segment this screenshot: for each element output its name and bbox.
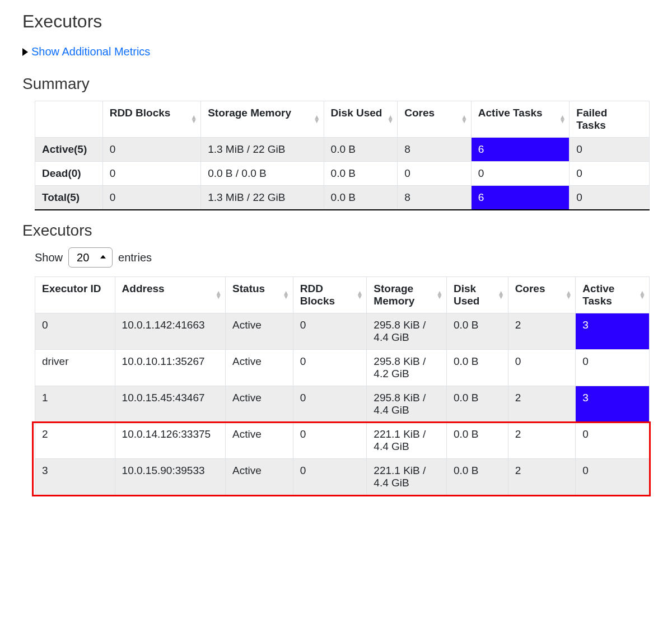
exec-cell-cores: 2	[508, 313, 576, 350]
executor-row: 210.0.14.126:33375Active0221.1 KiB / 4.4…	[35, 423, 650, 459]
exec-cell-mem: 221.1 KiB / 4.4 GiB	[367, 423, 447, 459]
sort-icon: ▲▼	[283, 291, 290, 299]
page-title: Executors	[22, 11, 650, 32]
sort-icon: ▲▼	[565, 291, 572, 299]
summary-table: RDD Blocks▲▼ Storage Memory▲▼ Disk Used▲…	[35, 101, 650, 210]
exec-col-address[interactable]: Address▲▼	[115, 277, 225, 313]
exec-cell-status: Active	[226, 386, 293, 423]
summary-row-label: Dead(0)	[35, 162, 103, 186]
summary-cell-failed: 0	[570, 162, 650, 186]
summary-col-storage-memory[interactable]: Storage Memory▲▼	[201, 101, 324, 138]
show-additional-metrics-toggle[interactable]: Show Additional Metrics	[22, 45, 150, 58]
summary-col-disk-used[interactable]: Disk Used▲▼	[324, 101, 398, 138]
exec-col-disk-used[interactable]: Disk Used▲▼	[446, 277, 508, 313]
exec-cell-cores: 2	[508, 386, 576, 423]
exec-cell-mem: 221.1 KiB / 4.4 GiB	[367, 459, 447, 495]
summary-col-blank[interactable]	[35, 101, 103, 138]
exec-cell-disk: 0.0 B	[446, 459, 508, 495]
exec-col-executor-id[interactable]: Executor ID	[35, 277, 115, 313]
summary-row: Dead(0)00.0 B / 0.0 B0.0 B000	[35, 162, 650, 186]
show-label: Show	[35, 251, 63, 264]
exec-col-status[interactable]: Status▲▼	[226, 277, 293, 313]
summary-cell-disk: 0.0 B	[324, 186, 398, 210]
sort-icon: ▲▼	[215, 291, 222, 299]
summary-cell-rdd: 0	[102, 162, 201, 186]
executor-row: driver10.0.10.11:35267Active0295.8 KiB /…	[35, 350, 650, 386]
summary-cell-cores: 0	[398, 162, 472, 186]
sort-icon: ▲▼	[190, 115, 197, 123]
exec-cell-active: 0	[576, 423, 650, 459]
exec-cell-rdd: 0	[293, 350, 367, 386]
exec-cell-rdd: 0	[293, 313, 367, 350]
exec-cell-id: 1	[35, 386, 115, 423]
summary-cell-disk: 0.0 B	[324, 162, 398, 186]
exec-cell-mem: 295.8 KiB / 4.4 GiB	[367, 313, 447, 350]
exec-cell-active: 0	[576, 350, 650, 386]
exec-col-active-tasks[interactable]: Active Tasks▲▼	[576, 277, 650, 313]
summary-cell-mem: 0.0 B / 0.0 B	[201, 162, 324, 186]
exec-cell-rdd: 0	[293, 459, 367, 495]
summary-cell-rdd: 0	[102, 186, 201, 210]
summary-cell-mem: 1.3 MiB / 22 GiB	[201, 138, 324, 162]
sort-icon: ▲▼	[314, 115, 320, 123]
exec-cell-id: 0	[35, 313, 115, 350]
summary-cell-active: 0	[471, 162, 570, 186]
summary-col-active-tasks[interactable]: Active Tasks▲▼	[471, 101, 570, 138]
exec-cell-cores: 2	[508, 459, 576, 495]
sort-icon: ▲▼	[387, 115, 394, 123]
summary-row: Total(5)01.3 MiB / 22 GiB0.0 B860	[35, 186, 650, 210]
toggle-label: Show Additional Metrics	[31, 45, 150, 58]
caret-right-icon	[22, 48, 28, 56]
summary-cell-failed: 0	[570, 138, 650, 162]
summary-cell-active: 6	[471, 138, 570, 162]
entries-label: entries	[118, 251, 152, 264]
exec-cell-address: 10.0.1.142:41663	[115, 313, 225, 350]
exec-cell-cores: 2	[508, 423, 576, 459]
exec-cell-rdd: 0	[293, 423, 367, 459]
executor-row: 010.0.1.142:41663Active0295.8 KiB / 4.4 …	[35, 313, 650, 350]
exec-cell-id: 3	[35, 459, 115, 495]
summary-cell-disk: 0.0 B	[324, 138, 398, 162]
exec-cell-active: 0	[576, 459, 650, 495]
summary-row-label: Total(5)	[35, 186, 103, 210]
sort-icon: ▲▼	[436, 291, 443, 299]
exec-cell-cores: 0	[508, 350, 576, 386]
exec-cell-active: 3	[576, 313, 650, 350]
exec-cell-address: 10.0.15.90:39533	[115, 459, 225, 495]
exec-cell-address: 10.0.10.11:35267	[115, 350, 225, 386]
executor-row: 110.0.15.45:43467Active0295.8 KiB / 4.4 …	[35, 386, 650, 423]
summary-col-cores[interactable]: Cores▲▼	[398, 101, 472, 138]
exec-col-storage-memory[interactable]: Storage Memory▲▼	[367, 277, 447, 313]
executors-table: Executor ID Address▲▼ Status▲▼ RDD Block…	[35, 276, 650, 495]
exec-col-rdd-blocks[interactable]: RDD Blocks▲▼	[293, 277, 367, 313]
exec-cell-disk: 0.0 B	[446, 313, 508, 350]
exec-cell-status: Active	[226, 459, 293, 495]
summary-col-failed-tasks[interactable]: Failed Tasks	[570, 101, 650, 138]
summary-cell-cores: 8	[398, 138, 472, 162]
entries-select[interactable]: 20	[68, 247, 113, 268]
summary-col-rdd-blocks[interactable]: RDD Blocks▲▼	[102, 101, 201, 138]
summary-cell-active: 6	[471, 186, 570, 210]
summary-row-label: Active(5)	[35, 138, 103, 162]
exec-cell-disk: 0.0 B	[446, 423, 508, 459]
summary-cell-cores: 8	[398, 186, 472, 210]
exec-cell-address: 10.0.15.45:43467	[115, 386, 225, 423]
exec-cell-disk: 0.0 B	[446, 350, 508, 386]
summary-heading: Summary	[22, 75, 650, 93]
sort-icon: ▲▼	[639, 291, 646, 299]
sort-icon: ▲▼	[461, 115, 468, 123]
executor-row: 310.0.15.90:39533Active0221.1 KiB / 4.4 …	[35, 459, 650, 495]
summary-cell-failed: 0	[570, 186, 650, 210]
exec-cell-status: Active	[226, 350, 293, 386]
exec-cell-address: 10.0.14.126:33375	[115, 423, 225, 459]
executors-heading: Executors	[22, 222, 650, 240]
exec-cell-status: Active	[226, 313, 293, 350]
exec-cell-disk: 0.0 B	[446, 386, 508, 423]
summary-cell-rdd: 0	[102, 138, 201, 162]
exec-cell-mem: 295.8 KiB / 4.2 GiB	[367, 350, 447, 386]
exec-col-cores[interactable]: Cores▲▼	[508, 277, 576, 313]
sort-icon: ▲▼	[356, 291, 363, 299]
summary-row: Active(5)01.3 MiB / 22 GiB0.0 B860	[35, 138, 650, 162]
exec-cell-mem: 295.8 KiB / 4.4 GiB	[367, 386, 447, 423]
exec-cell-id: driver	[35, 350, 115, 386]
